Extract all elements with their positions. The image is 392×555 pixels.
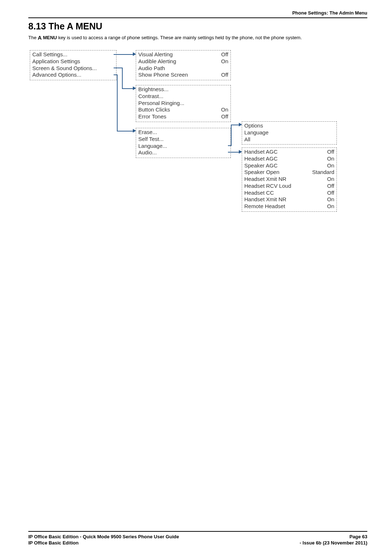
menu-item-personal-ringing[interactable]: Personal Ringing... bbox=[138, 100, 228, 107]
menu-item-headset-rcv-loud[interactable]: Headset RCV LoudOff bbox=[244, 183, 334, 190]
menu-item-headset-xmit-nr[interactable]: Headset Xmit NROn bbox=[244, 176, 334, 183]
header-right: Phone Settings: The Admin Menu bbox=[292, 10, 367, 16]
menu-item-show-phone-screen[interactable]: Show Phone ScreenOff bbox=[138, 72, 228, 78]
connector-line bbox=[228, 145, 231, 146]
arrow-icon bbox=[133, 52, 136, 56]
connector-line bbox=[114, 68, 123, 68]
menu-item-advanced-options[interactable]: Advanced Options... bbox=[32, 72, 114, 78]
menu-box-language: Options Language All bbox=[242, 121, 337, 145]
connector-line bbox=[117, 131, 133, 131]
footer-left-line2: IP Office Basic Edition bbox=[28, 540, 179, 546]
menu-item-audible-alerting[interactable]: Audible AlertingOn bbox=[138, 58, 228, 65]
menu-item-language-sub[interactable]: Language bbox=[244, 129, 334, 136]
rule-bottom bbox=[28, 531, 367, 532]
footer-right: Page 63 - Issue 6b (23 November 2011) bbox=[300, 534, 367, 546]
menu-box-root: Call Settings... Application Settings Sc… bbox=[30, 50, 117, 80]
menu-item-contrast[interactable]: Contrast... bbox=[138, 93, 228, 100]
menu-item-brightness[interactable]: Brightness... bbox=[138, 86, 228, 93]
connector-line bbox=[231, 125, 232, 146]
menu-item-button-clicks[interactable]: Button ClicksOn bbox=[138, 106, 228, 113]
menu-item-screen-sound-options[interactable]: Screen & Sound Options... bbox=[32, 65, 114, 72]
footer-left: IP Office Basic Edition - Quick Mode 950… bbox=[28, 534, 179, 546]
intro-key: MENU bbox=[43, 35, 57, 40]
a-menu-icon: A bbox=[38, 34, 42, 41]
section-title: 8.13 The A MENU bbox=[28, 21, 102, 32]
intro-paragraph: The A MENU key is used to access a range… bbox=[28, 34, 367, 41]
menu-item-language[interactable]: Language... bbox=[138, 143, 228, 150]
menu-item-headset-cc[interactable]: Headset CCOff bbox=[244, 190, 334, 197]
menu-item-handset-xmit-nr[interactable]: Handset Xmit NROn bbox=[244, 196, 334, 203]
menu-item-application-settings[interactable]: Application Settings bbox=[32, 58, 114, 65]
connector-line bbox=[231, 125, 239, 125]
menu-item-speaker-agc[interactable]: Speaker AGCOn bbox=[244, 162, 334, 169]
connector-line bbox=[122, 68, 123, 89]
rule-top bbox=[28, 17, 367, 18]
connector-line bbox=[114, 54, 133, 55]
intro-pre: The bbox=[28, 35, 38, 40]
menu-item-options[interactable]: Options bbox=[244, 122, 334, 129]
arrow-icon bbox=[239, 150, 242, 154]
menu-item-handset-agc[interactable]: Handset AGCOff bbox=[244, 149, 334, 155]
footer-left-line1: IP Office Basic Edition - Quick Mode 950… bbox=[28, 534, 179, 540]
footer-right-line1: Page 63 bbox=[300, 534, 367, 540]
menu-item-remote-headset[interactable]: Remote HeadsetOn bbox=[244, 203, 334, 210]
arrow-icon bbox=[133, 129, 136, 133]
connector-line bbox=[117, 74, 118, 131]
menu-box-screen-sound: Brightness... Contrast... Personal Ringi… bbox=[136, 85, 231, 122]
menu-item-audio-path[interactable]: Audio Path bbox=[138, 65, 228, 72]
arrow-icon bbox=[239, 123, 242, 126]
intro-post: key is used to access a range of phone s… bbox=[57, 35, 302, 40]
menu-item-self-test[interactable]: Self Test... bbox=[138, 136, 228, 143]
connector-line bbox=[122, 88, 133, 89]
menu-box-advanced: Erase... Self Test... Language... Audio.… bbox=[136, 128, 231, 158]
arrow-icon bbox=[133, 86, 136, 90]
menu-box-audio: Handset AGCOff Headset AGCOn Speaker AGC… bbox=[242, 147, 337, 212]
menu-item-call-settings[interactable]: Call Settings... bbox=[32, 51, 114, 58]
menu-item-speaker-open[interactable]: Speaker OpenStandard bbox=[244, 169, 334, 176]
menu-item-all[interactable]: All bbox=[244, 136, 334, 143]
menu-item-visual-alerting[interactable]: Visual AlertingOff bbox=[138, 51, 228, 58]
menu-item-erase[interactable]: Erase... bbox=[138, 129, 228, 136]
menu-item-error-tones[interactable]: Error TonesOff bbox=[138, 113, 228, 120]
connector-line bbox=[228, 152, 239, 153]
menu-item-headset-agc[interactable]: Headset AGCOn bbox=[244, 155, 334, 162]
menu-box-call-settings: Visual AlertingOff Audible AlertingOn Au… bbox=[136, 50, 231, 80]
footer-right-line2: - Issue 6b (23 November 2011) bbox=[300, 540, 367, 546]
menu-item-audio[interactable]: Audio... bbox=[138, 149, 228, 156]
